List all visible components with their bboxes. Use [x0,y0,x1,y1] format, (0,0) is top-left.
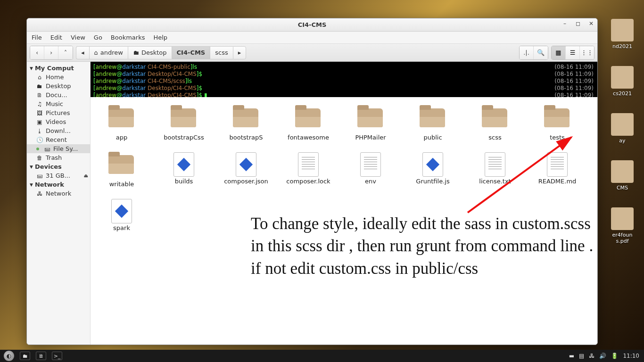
tray-icon-2[interactable]: 🖧 [589,353,594,359]
file-label: spark [91,224,153,231]
desktop-icon[interactable]: cs2021 [603,66,641,97]
sidebar-item-network[interactable]: 🖧Network [27,189,90,198]
file-item-app[interactable]: app [91,104,153,150]
sidebar-item-icon: 🖿 [36,83,43,90]
file-item-phpmailer[interactable]: PHPMailer [339,104,402,150]
file-item-gruntfile-js[interactable]: Gruntfile.js [402,150,464,197]
folder-icon [357,108,383,127]
sidebar-section-computer[interactable]: My Comput [27,64,90,73]
menu-view[interactable]: View [71,34,85,41]
sidebar-item-desktop[interactable]: 🖿Desktop [27,82,90,90]
file-item-bootstrapcss[interactable]: bootstrapCss [153,104,215,150]
file-manager-window: CI4-CMS – ◻ ✕ FileEditViewGoBookmarksHel… [26,18,598,345]
path-segment-scss[interactable]: scss [210,46,232,59]
file-label: writable [91,181,153,188]
minimize-button[interactable]: – [561,20,568,27]
file-label: scss [464,134,526,141]
file-item-spark[interactable]: spark [91,197,153,241]
path-entry-toggle[interactable]: .|. [520,46,534,59]
sidebar-item-icon: ▣ [36,119,43,125]
sidebar-item-recent[interactable]: 🕓Recent [27,135,90,144]
sidebar-item-filesy[interactable]: 🖴File Sy... [27,144,90,153]
sidebar-item-icon: 🖧 [36,190,43,197]
view-mode-2[interactable]: ⋮⋮ [580,46,594,59]
desktop-icon[interactable]: nd2021 [603,19,641,49]
file-item-readme-md[interactable]: README.md [526,150,588,197]
menu-go[interactable]: Go [94,34,102,41]
eject-icon[interactable]: ⏏ [84,173,88,178]
sidebar-item-31gb[interactable]: 🖴31 GB...⏏ [27,171,90,180]
tray-icon-1[interactable]: ▤ [579,353,584,359]
desktop-icon[interactable]: er4founs.pdf [603,207,641,244]
taskbar: ◐ 🖿 🗎 >_ ▬▤🖧🔊🔋11:10 [0,350,644,362]
sidebar-section-devices[interactable]: Devices [27,162,90,171]
file-item-fontawesome[interactable]: fontawesome [277,104,339,150]
file-label: README.md [526,178,588,185]
sidebar-item-videos[interactable]: ▣Videos [27,117,90,126]
path-segment-0[interactable]: ◂ [76,46,89,59]
file-label: license.txt [464,178,526,185]
sidebar-section-network[interactable]: Network [27,180,90,189]
sidebar-item-docu[interactable]: 🗎Docu... [27,90,90,99]
nav-up-button[interactable]: ˄ [58,46,73,59]
nav-forward-button[interactable]: › [44,46,58,59]
menu-help[interactable]: Help [153,34,167,41]
folder-icon [544,108,570,127]
view-mode-1[interactable]: ☰ [566,46,580,59]
maximize-button[interactable]: ◻ [575,20,581,27]
sidebar-item-pictures[interactable]: 🖼Pictures [27,108,90,117]
sidebar: My Comput ⌂Home🖿Desktop🗎Docu...♫Music🖼Pi… [27,62,91,345]
folder-icon [295,108,321,127]
file-label: composer.json [215,178,277,185]
file-icon [422,152,443,177]
sidebar-item-icon: 🖴 [44,146,50,152]
file-item-builds[interactable]: builds [153,150,215,197]
file-item-writable[interactable]: writable [91,150,153,197]
tray-icon-0[interactable]: ▬ [569,353,574,359]
file-item-env[interactable]: env [339,150,402,197]
taskbar-app-files[interactable]: 🖿 [20,352,30,360]
clock[interactable]: 11:10 [623,353,639,359]
folder-icon [482,108,507,127]
sidebar-item-icon: 🗑 [36,155,43,161]
tray-icon-3[interactable]: 🔊 [599,353,606,359]
terminal-pane[interactable]: [andrew@darkstar CI4-CMS-public]ls(08-16… [91,62,597,97]
file-item-scss[interactable]: scss [464,104,526,150]
start-menu-button[interactable]: ◐ [4,351,14,361]
taskbar-app-terminal[interactable]: >_ [52,352,62,360]
titlebar[interactable]: CI4-CMS – ◻ ✕ [27,18,597,32]
view-mode-0[interactable]: ▦ [552,46,566,59]
close-button[interactable]: ✕ [588,20,594,27]
path-segment-Desktop[interactable]: 🖿Desktop [128,46,172,59]
path-icon: ⌂ [94,49,98,56]
menu-bookmarks[interactable]: Bookmarks [111,34,145,41]
taskbar-app-editor[interactable]: 🗎 [36,352,46,360]
path-segment-andrew[interactable]: ⌂andrew [89,46,128,59]
sidebar-item-trash[interactable]: 🗑Trash [27,153,90,162]
file-item-tests[interactable]: tests [526,104,588,150]
desktop-icon[interactable]: ay [603,113,641,144]
search-button[interactable]: 🔍 [534,46,548,59]
path-segment-5[interactable]: ▸ [233,46,247,59]
folder-icon [108,108,134,127]
sidebar-item-icon: 🖴 [36,173,43,179]
sidebar-item-icon: 🕓 [36,137,43,143]
path-segment-CI4-CMS[interactable]: CI4-CMS [172,46,210,59]
sidebar-item-home[interactable]: ⌂Home [27,73,90,82]
sidebar-item-icon: ⭳ [36,128,43,134]
sidebar-item-downl[interactable]: ⭳Downl... [27,126,90,135]
desktop-icon[interactable]: CMS [603,160,641,191]
file-item-public[interactable]: public [402,104,464,150]
file-item-bootstraps[interactable]: bootstrapS [215,104,277,150]
tray-icon-4[interactable]: 🔋 [611,353,618,359]
menu-file[interactable]: File [32,34,42,41]
file-icon [236,152,256,177]
nav-back-button[interactable]: ‹ [30,46,44,59]
file-item-composer-lock[interactable]: composer.lock [277,150,339,197]
file-item-license-txt[interactable]: license.txt [464,150,526,197]
folder-icon [108,155,134,174]
window-title: CI4-CMS [298,21,327,28]
menu-edit[interactable]: Edit [50,34,62,41]
file-item-composer-json[interactable]: composer.json [215,150,277,197]
sidebar-item-music[interactable]: ♫Music [27,99,90,108]
